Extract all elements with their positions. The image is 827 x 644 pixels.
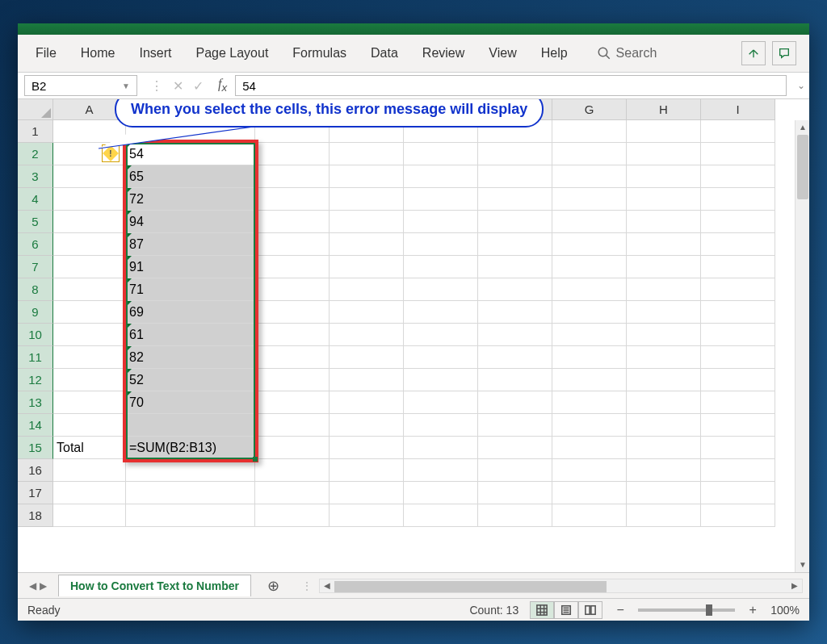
cell-F6[interactable]: [478, 233, 552, 256]
tab-home[interactable]: Home: [69, 40, 127, 67]
cell-F17[interactable]: [478, 482, 552, 504]
cell-H6[interactable]: [627, 233, 701, 256]
scroll-right-icon[interactable]: ▶: [787, 579, 802, 593]
cell-C5[interactable]: [255, 211, 330, 233]
cell-E8[interactable]: [404, 278, 478, 301]
cell-A6[interactable]: [53, 233, 126, 256]
row-header-11[interactable]: 11: [18, 346, 53, 369]
row-header-12[interactable]: 12: [18, 369, 53, 391]
cell-A18[interactable]: [53, 504, 126, 527]
view-page-layout-button[interactable]: [554, 601, 578, 619]
cell-I11[interactable]: [701, 346, 775, 369]
cell-I3[interactable]: [701, 165, 775, 188]
row-header-7[interactable]: 7: [18, 256, 53, 278]
row-header-5[interactable]: 5: [18, 211, 53, 233]
cell-B14[interactable]: [126, 414, 255, 437]
cell-B13[interactable]: 70: [126, 391, 255, 414]
cell-B18[interactable]: [126, 504, 255, 527]
cell-B7[interactable]: 91: [126, 256, 255, 278]
row-header-4[interactable]: 4: [18, 188, 53, 211]
cell-G16[interactable]: [552, 459, 627, 482]
cell-D17[interactable]: [330, 482, 404, 504]
tab-file[interactable]: File: [24, 40, 68, 67]
zoom-slider[interactable]: [638, 608, 735, 612]
cancel-formula-button[interactable]: ✕: [173, 78, 183, 94]
cell-D12[interactable]: [330, 369, 404, 391]
cell-B3[interactable]: 65: [126, 165, 255, 188]
cell-B15[interactable]: =SUM(B2:B13): [126, 437, 255, 459]
cell-D3[interactable]: [330, 165, 404, 188]
view-normal-button[interactable]: [530, 601, 554, 619]
cell-D7[interactable]: [330, 256, 404, 278]
cell-H7[interactable]: [627, 256, 701, 278]
sheet-next-icon[interactable]: ▶: [40, 580, 47, 592]
cell-D8[interactable]: [330, 278, 404, 301]
cell-A11[interactable]: [53, 346, 126, 369]
formula-bar-expand-icon[interactable]: ⌄: [793, 80, 809, 91]
cell-E6[interactable]: [404, 233, 478, 256]
cell-H4[interactable]: [627, 188, 701, 211]
cell-C6[interactable]: [255, 233, 330, 256]
spreadsheet-grid[interactable]: ABCDEFGHI 123456789101112131415161718 54…: [18, 99, 809, 572]
cell-G11[interactable]: [552, 346, 627, 369]
cell-H16[interactable]: [627, 459, 701, 482]
scroll-down-icon[interactable]: ▼: [796, 558, 809, 572]
row-header-8[interactable]: 8: [18, 278, 53, 301]
cell-C11[interactable]: [255, 346, 330, 369]
col-header-H[interactable]: H: [627, 99, 701, 120]
tab-review[interactable]: Review: [411, 40, 476, 67]
cell-D14[interactable]: [330, 414, 404, 437]
cell-E11[interactable]: [404, 346, 478, 369]
cell-H18[interactable]: [627, 504, 701, 527]
cell-B6[interactable]: 87: [126, 233, 255, 256]
fill-handle[interactable]: [253, 457, 258, 462]
cell-F10[interactable]: [478, 324, 552, 346]
cell-E10[interactable]: [404, 324, 478, 346]
cell-E15[interactable]: [404, 437, 478, 459]
cell-E7[interactable]: [404, 256, 478, 278]
cell-I4[interactable]: [701, 188, 775, 211]
formula-input[interactable]: 54: [235, 75, 787, 96]
cell-I13[interactable]: [701, 391, 775, 414]
tab-help[interactable]: Help: [530, 40, 579, 67]
cell-G3[interactable]: [552, 165, 627, 188]
cell-E3[interactable]: [404, 165, 478, 188]
cell-E13[interactable]: [404, 391, 478, 414]
cell-H15[interactable]: [627, 437, 701, 459]
cell-D5[interactable]: [330, 211, 404, 233]
cell-G12[interactable]: [552, 369, 627, 391]
cell-E5[interactable]: [404, 211, 478, 233]
accept-formula-button[interactable]: ✓: [193, 78, 204, 94]
sheet-tab-active[interactable]: How to Convert Text to Number: [58, 575, 251, 596]
row-header-3[interactable]: 3: [18, 165, 53, 188]
cell-I12[interactable]: [701, 369, 775, 391]
cell-G18[interactable]: [552, 504, 627, 527]
view-page-break-button[interactable]: [578, 601, 602, 619]
cell-G9[interactable]: [552, 301, 627, 324]
cell-H8[interactable]: [627, 278, 701, 301]
zoom-slider-knob[interactable]: [706, 604, 712, 616]
row-header-10[interactable]: 10: [18, 324, 53, 346]
cell-H1[interactable]: [627, 120, 701, 143]
zoom-in-button[interactable]: +: [746, 603, 759, 617]
cell-C18[interactable]: [255, 504, 330, 527]
tab-formulas[interactable]: Formulas: [281, 40, 358, 67]
cell-E4[interactable]: [404, 188, 478, 211]
cell-G10[interactable]: [552, 324, 627, 346]
cell-G8[interactable]: [552, 278, 627, 301]
row-header-6[interactable]: 6: [18, 233, 53, 256]
cell-A8[interactable]: [53, 278, 126, 301]
cell-I8[interactable]: [701, 278, 775, 301]
cell-I16[interactable]: [701, 459, 775, 482]
cell-H11[interactable]: [627, 346, 701, 369]
cell-C15[interactable]: [255, 437, 330, 459]
row-header-16[interactable]: 16: [18, 459, 53, 482]
name-box-dropdown-icon[interactable]: ▼: [122, 82, 130, 90]
cell-D15[interactable]: [330, 437, 404, 459]
vscroll-thumb[interactable]: [797, 135, 808, 199]
cell-D11[interactable]: [330, 346, 404, 369]
cell-A7[interactable]: [53, 256, 126, 278]
cell-A17[interactable]: [53, 482, 126, 504]
add-sheet-button[interactable]: ⊕: [262, 575, 285, 597]
cell-E16[interactable]: [404, 459, 478, 482]
